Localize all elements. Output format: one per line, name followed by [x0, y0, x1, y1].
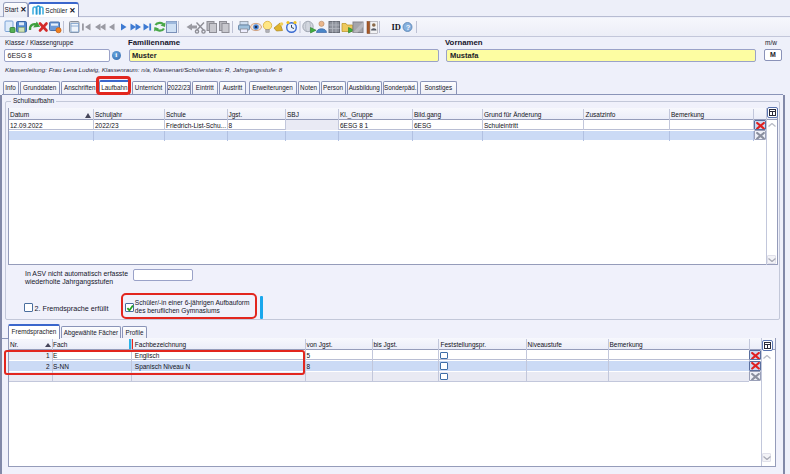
svg-text:ID: ID [392, 22, 401, 32]
svg-text:?: ? [406, 23, 411, 32]
